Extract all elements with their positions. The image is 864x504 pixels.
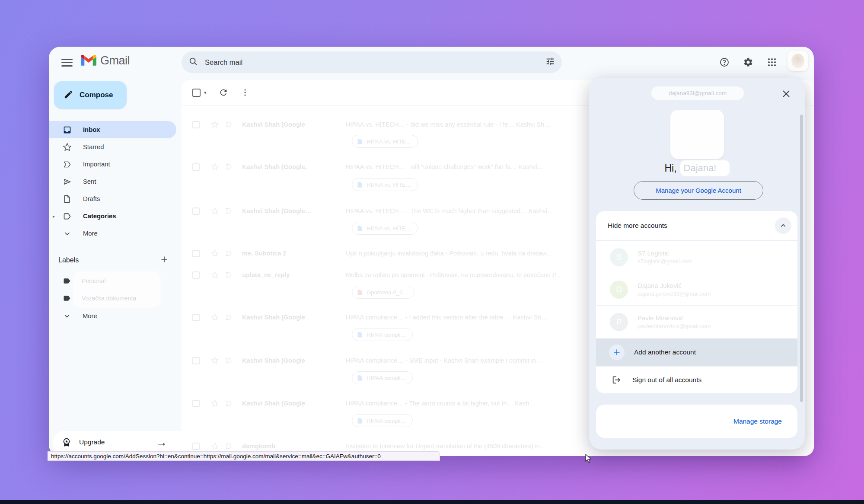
account-email: pavlemiranovic.k@gmail.com (638, 323, 711, 329)
star-ghost-icon[interactable] (211, 163, 219, 171)
sidebar-labels-more[interactable]: More (49, 307, 176, 325)
add-another-account-button[interactable]: Add another account (596, 339, 797, 366)
attachment-chip[interactable]: HIPAA compli… (352, 414, 413, 427)
important-ghost-icon[interactable] (225, 207, 233, 215)
sidebar-item-sent[interactable]: Sent (49, 173, 176, 190)
important-ghost-icon[interactable] (225, 121, 233, 128)
attachment-chip[interactable]: HIPAA vs. HITE… (352, 135, 418, 148)
email-sender: Kashvi Shah (Google… (242, 207, 339, 214)
star-ghost-icon[interactable] (211, 442, 219, 450)
panel-scrollbar[interactable] (800, 115, 803, 402)
account-avatar-redacted[interactable] (670, 110, 724, 159)
important-ghost-icon[interactable] (225, 442, 233, 450)
sidebar-item-label: Important (83, 161, 110, 168)
attachment-chip[interactable]: HIPAA compli… (352, 328, 413, 341)
sidebar-item-label: Starred (83, 144, 104, 150)
gmail-wordmark: Gmail (100, 54, 130, 67)
email-sender: Kashvi Shah (Google (242, 314, 339, 321)
manage-account-label: Manage your Google Account (656, 187, 741, 194)
manage-storage-link[interactable]: Manage storage (733, 418, 782, 425)
attachment-chip[interactable]: Opomena-0_2… (352, 286, 414, 299)
attachment-chip[interactable]: HIPAA compli… (352, 371, 413, 384)
account-name-redacted: Dajana! (680, 160, 730, 176)
account-row[interactable]: P Pavle Miranovićpavlemiranovic.k@gmail.… (596, 306, 797, 338)
expand-caret-icon[interactable]: ▸ (53, 214, 55, 219)
checkbox-ghost-icon[interactable] (192, 357, 200, 364)
email-sender: Kashvi Shah (Google (242, 121, 339, 128)
sidebar-item-label: Sent (83, 178, 96, 185)
label-ghost-text: Personal (82, 278, 159, 284)
checkbox-ghost-icon[interactable] (192, 207, 200, 215)
label-icon (63, 212, 72, 221)
upgrade-label: Upgrade (79, 438, 105, 446)
important-ghost-icon[interactable] (225, 399, 233, 407)
sidebar-item-drafts[interactable]: Drafts (49, 190, 176, 207)
sidebar-item-starred[interactable]: Starred (49, 138, 176, 156)
refresh-icon[interactable] (219, 88, 228, 97)
star-ghost-icon[interactable] (211, 121, 219, 128)
search-bar[interactable] (182, 51, 562, 73)
sign-out-all-button[interactable]: Sign out of all accounts (596, 367, 797, 393)
account-avatar: D (610, 281, 628, 299)
settings-gear-icon[interactable] (743, 57, 753, 67)
greeting-text: Hi, (664, 163, 676, 174)
profile-avatar[interactable] (787, 51, 808, 71)
sidebar-item-more[interactable]: More (49, 225, 176, 242)
search-icon[interactable] (188, 57, 198, 68)
attachment-chip[interactable]: HIPAA vs. HITE… (352, 222, 418, 235)
attachment-chip[interactable]: HIPAA vs. HITE… (352, 178, 418, 191)
checkbox-ghost-icon[interactable] (192, 443, 200, 450)
apps-grid-icon[interactable] (767, 57, 777, 67)
search-input[interactable] (204, 58, 545, 67)
sidebar-item-categories[interactable]: ▸ Categories (49, 207, 176, 225)
sidebar-item-important[interactable]: Important (49, 156, 176, 173)
help-icon[interactable] (719, 57, 730, 67)
star-ghost-icon[interactable] (211, 271, 219, 279)
checkbox-ghost-icon[interactable] (192, 314, 200, 321)
important-ghost-icon[interactable] (225, 313, 233, 321)
important-ghost-icon[interactable] (225, 249, 233, 257)
checkbox-ghost-icon[interactable] (192, 400, 200, 407)
email-sender: uplata_ne_reply (242, 271, 339, 278)
checkbox-ghost-icon[interactable] (192, 121, 200, 128)
account-row[interactable]: D Dajana Jukovićdajana.jukovic93@gmail.c… (596, 273, 797, 306)
star-ghost-icon[interactable] (211, 313, 219, 321)
select-caret-icon[interactable]: ▾ (204, 90, 207, 96)
select-all-checkbox[interactable] (192, 89, 201, 97)
screen-bottom-bar (0, 500, 864, 504)
sign-out-icon (612, 375, 621, 385)
account-row[interactable]: S S7 Logistics7logistic@gmail.com (596, 241, 797, 273)
email-sender: Kashvi Shah (Google, (242, 163, 339, 170)
star-ghost-icon[interactable] (211, 249, 219, 257)
compose-button[interactable]: Compose (54, 81, 127, 109)
attachment-doc-icon (357, 225, 363, 232)
attachment-name: HIPAA compli… (367, 332, 406, 338)
create-label-plus-icon[interactable] (160, 255, 169, 265)
chevron-up-icon[interactable] (775, 217, 791, 234)
account-avatar: P (610, 313, 628, 331)
main-menu-icon[interactable] (58, 56, 76, 69)
attachment-name: HIPAA vs. HITE… (367, 182, 411, 188)
checkbox-ghost-icon[interactable] (192, 250, 200, 257)
star-ghost-icon[interactable] (211, 399, 219, 407)
manage-google-account-button[interactable]: Manage your Google Account (634, 181, 763, 200)
star-ghost-icon[interactable] (211, 357, 219, 364)
email-sender: Kashvi Shah (Google (242, 357, 339, 364)
sidebar-item-inbox[interactable]: Inbox (49, 121, 176, 138)
account-row-ghost: P Pavle Miranovićpavlemiranovic.k@gmail.… (610, 313, 711, 331)
hide-more-accounts-button[interactable]: Hide more accounts (596, 211, 797, 240)
checkbox-ghost-icon[interactable] (192, 271, 200, 279)
account-row-ghost: S S7 Logistics7logistic@gmail.com (610, 248, 692, 266)
hide-accounts-label: Hide more accounts (608, 222, 775, 230)
email-sender: me, Subotica 2 (242, 250, 339, 257)
checkbox-ghost-icon[interactable] (192, 163, 200, 171)
important-ghost-icon[interactable] (225, 163, 233, 171)
more-options-icon[interactable] (240, 88, 250, 97)
important-ghost-icon[interactable] (225, 271, 233, 279)
label-important-icon (63, 160, 72, 169)
close-icon[interactable] (781, 88, 792, 99)
google-account-menu: dajana93l@gmail.com Hi, Dajana! Manage y… (589, 78, 805, 450)
search-options-icon[interactable] (545, 57, 555, 68)
important-ghost-icon[interactable] (225, 357, 233, 364)
star-ghost-icon[interactable] (211, 207, 219, 215)
